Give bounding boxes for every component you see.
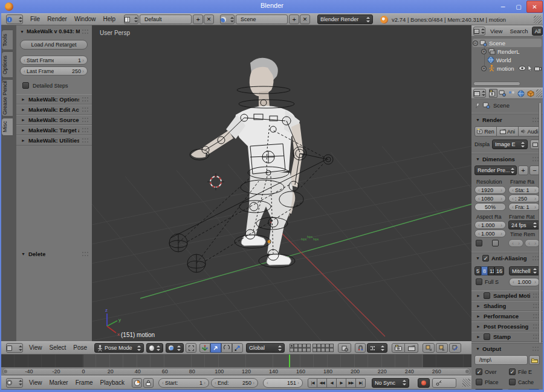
layer-toggle[interactable] (317, 348, 321, 352)
add-layout-button[interactable]: + (193, 14, 203, 24)
layer-toggle[interactable] (290, 344, 294, 348)
file-extensions-checkbox[interactable]: ✓ (509, 368, 516, 375)
browse-folder-button[interactable] (529, 355, 540, 365)
tab-object[interactable] (526, 89, 535, 98)
panel-header-collapsed[interactable]: ►Sampled Motion (471, 291, 543, 301)
expand-toggle-icon[interactable]: + (481, 66, 487, 71)
dimensions-panel-header[interactable]: ▼ Dimensions (476, 156, 539, 162)
panel-header-collapsed[interactable]: ►Performance (471, 311, 543, 321)
overwrite-row[interactable]: ✓ Over (476, 368, 497, 375)
timeline-playhead[interactable] (289, 355, 290, 367)
layer-toggle[interactable] (312, 348, 317, 352)
resize-grip[interactable] (536, 89, 542, 97)
frame-step-field[interactable]: ‹Fra: 1› (508, 203, 540, 211)
rotate-manipulator-button[interactable] (221, 343, 232, 353)
resolution-y-field[interactable]: ‹1080› (474, 194, 506, 202)
layer-toggle[interactable] (329, 344, 334, 348)
current-frame-field[interactable]: ‹ 151 › (263, 378, 303, 388)
aa-samples-5-button[interactable]: 5 (474, 266, 481, 275)
aa-samples-11-button[interactable]: 11 (488, 266, 494, 275)
outliner-hscrollbar[interactable] (473, 82, 520, 86)
layer-toggle[interactable] (298, 344, 302, 348)
layer-toggle[interactable] (306, 344, 311, 348)
timeline-scrollbar[interactable] (2, 368, 470, 375)
lock-to-scene-button[interactable] (338, 343, 351, 353)
pin-icon[interactable] (475, 102, 480, 109)
tab-world[interactable] (517, 89, 526, 98)
shading-dropdown[interactable] (146, 343, 163, 353)
layer-toggle[interactable] (294, 344, 298, 348)
playback-button[interactable]: ◀ (327, 378, 337, 388)
panel-header-collapsed[interactable]: ►MakeWalk: Source armature (16, 115, 92, 125)
render-panel-header[interactable]: ▼ Render (476, 117, 539, 123)
panel-header-collapsed[interactable]: ►Stamp (471, 332, 543, 342)
frame-end-field[interactable]: ‹: 250› (508, 194, 540, 202)
scene-icon-button[interactable] (220, 14, 235, 24)
translate-manipulator-button[interactable] (210, 343, 221, 353)
resolution-x-field[interactable]: ‹1920› (474, 186, 506, 194)
panel-checkbox[interactable] (484, 292, 490, 299)
tab-tools[interactable]: Tools (1, 30, 13, 50)
render-audio-button[interactable]: Audi (519, 126, 541, 137)
breadcrumb-label[interactable]: Scene (493, 102, 510, 109)
layer-toggle[interactable] (325, 344, 329, 348)
layer-toggle[interactable] (290, 348, 294, 352)
resolution-percent-field[interactable]: 50% (474, 203, 506, 211)
panel-header-collapsed[interactable]: ►MakeWalk: Edit Actions (16, 104, 92, 115)
sync-dropdown[interactable]: No Sync (372, 378, 409, 388)
editor-type-selector[interactable]: i (6, 14, 23, 24)
layer-toggle[interactable] (317, 344, 321, 348)
pivot-dropdown[interactable] (166, 343, 184, 353)
selectable-cursor-icon[interactable] (528, 65, 533, 71)
load-and-retarget-button[interactable]: Load And Retarget (20, 40, 88, 50)
makewalk-main-panel-header[interactable]: ▼ MakeWalk v 0.943: Main (20, 28, 88, 34)
close-button[interactable]: ✕ (526, 1, 543, 13)
playback-button[interactable]: ▶| (356, 378, 366, 388)
render-still-button[interactable]: Ren (474, 126, 497, 137)
record-button[interactable] (418, 378, 430, 388)
visibility-eye-icon[interactable] (519, 66, 526, 71)
scene-name-field[interactable]: Scene (236, 14, 288, 24)
frame-start-field[interactable]: ‹Sta: 1› (508, 186, 540, 194)
menu-view[interactable]: View (25, 342, 46, 354)
paste-flipped-pose-button[interactable] (449, 343, 461, 353)
tab-options[interactable]: Options (1, 51, 13, 78)
timeline-area[interactable] (1, 355, 471, 367)
panel-header-collapsed[interactable]: ►Shading (471, 301, 543, 311)
placeholders-checkbox[interactable] (476, 379, 482, 385)
axis-widget-button[interactable] (199, 343, 210, 353)
aa-samples-8-button[interactable]: 8 (481, 266, 488, 275)
layer-toggle[interactable] (306, 348, 311, 352)
tab-render[interactable] (489, 89, 497, 98)
mode-dropdown[interactable]: Pose Mode (94, 343, 144, 353)
snap-toggle-button[interactable] (355, 343, 366, 353)
tab-scene[interactable] (499, 89, 507, 98)
screen-layout-icon-button[interactable] (124, 14, 138, 24)
panel-header-collapsed[interactable]: ►MakeWalk: Target armature (16, 125, 92, 135)
cache-checkbox[interactable] (509, 379, 516, 385)
layer-toggle[interactable] (294, 348, 298, 352)
panel-header-collapsed[interactable]: ►MakeWalk: Utilities (16, 135, 92, 146)
crop-checkbox[interactable] (492, 240, 499, 246)
editor-type-selector[interactable] (6, 378, 23, 388)
editor-type-selector[interactable] (6, 343, 23, 353)
end-frame-field[interactable]: ‹ End: 250 › (211, 378, 258, 388)
outliner-item-world[interactable]: World (487, 56, 542, 64)
aspect-x-field[interactable]: ‹1.000› (474, 221, 506, 229)
detailed-steps-checkbox[interactable] (22, 82, 29, 89)
render-animation-button[interactable] (405, 343, 418, 353)
keying-set-field[interactable] (432, 378, 456, 388)
resize-grip[interactable] (462, 379, 470, 387)
editor-type-selector[interactable] (473, 89, 486, 98)
display-dropdown[interactable]: Image E (492, 140, 528, 149)
antialiasing-checkbox[interactable]: ✓ (482, 255, 489, 262)
antialiasing-panel-header[interactable]: ▼ ✓ Anti-Aliasing (476, 255, 539, 262)
scale-manipulator-button[interactable] (232, 343, 243, 353)
resize-grip[interactable] (534, 16, 542, 24)
layer-toggle[interactable] (302, 348, 306, 352)
menu-frame[interactable]: Frame (72, 377, 97, 389)
menu-marker[interactable]: Marker (46, 377, 72, 389)
lock-time-button[interactable] (143, 378, 154, 388)
menu-select[interactable]: Select (46, 342, 70, 354)
playback-button[interactable]: |◀ (308, 378, 317, 388)
